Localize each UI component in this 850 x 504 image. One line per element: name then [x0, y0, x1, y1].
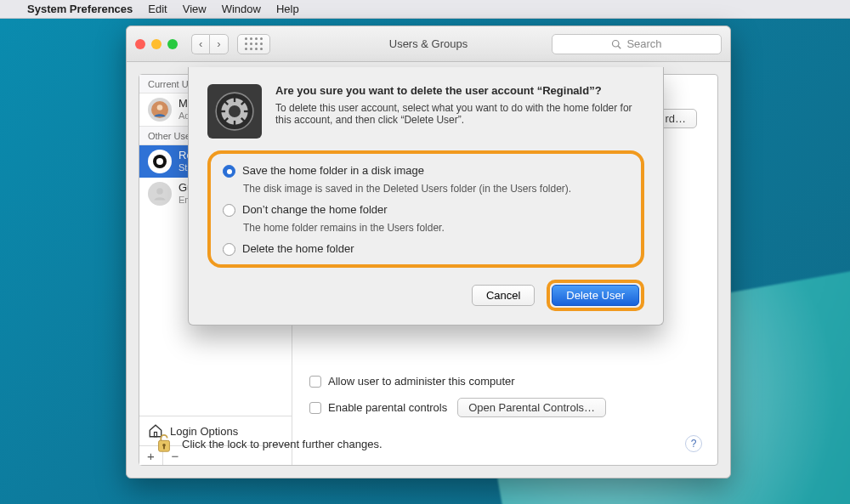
menubar-app-name[interactable]: System Preferences	[27, 3, 133, 15]
grid-icon	[245, 37, 263, 50]
cancel-button[interactable]: Cancel	[472, 285, 535, 306]
security-gear-icon	[207, 84, 262, 139]
dialog-subtitle: To delete this user account, select what…	[275, 102, 644, 126]
options-highlight: Save the home folder in a disk image The…	[207, 150, 644, 268]
checkbox-icon	[309, 376, 321, 388]
search-placeholder: Search	[626, 37, 661, 50]
option-dont-change[interactable]: Don’t change the home folder	[223, 203, 629, 217]
chevron-left-icon: ‹	[199, 37, 202, 50]
allow-admin-label: Allow user to administer this computer	[328, 375, 515, 388]
preferences-window: ‹ › Users & Groups Search Current User	[126, 25, 731, 479]
option-desc: The disk image is saved in the Deleted U…	[243, 183, 629, 195]
delete-user-button[interactable]: Delete User	[552, 285, 639, 306]
option-desc: The home folder remains in the Users fol…	[243, 222, 629, 234]
option-label: Delete the home folder	[242, 242, 354, 255]
zoom-icon[interactable]	[167, 39, 178, 49]
chevron-right-icon: ›	[217, 37, 220, 50]
svg-point-7	[156, 188, 163, 195]
menubar-view[interactable]: View	[183, 3, 207, 15]
dialog-title: Are you sure you want to delete the user…	[275, 84, 644, 97]
option-save-disk-image[interactable]: Save the home folder in a disk image	[223, 164, 629, 178]
avatar	[148, 150, 172, 173]
checkbox-icon	[309, 402, 321, 414]
option-label: Save the home folder in a disk image	[242, 164, 424, 177]
option-delete-folder[interactable]: Delete the home folder	[223, 242, 629, 256]
minimize-icon[interactable]	[151, 39, 162, 49]
show-all-button[interactable]	[237, 34, 270, 54]
forward-button[interactable]: ›	[209, 34, 228, 54]
svg-point-3	[157, 105, 163, 110]
avatar	[148, 98, 172, 122]
delete-user-dialog: Are you sure you want to delete the user…	[188, 67, 664, 326]
menubar: System Preferences Edit View Window Help	[0, 0, 850, 19]
allow-admin-checkbox[interactable]: Allow user to administer this computer	[309, 375, 702, 388]
svg-rect-11	[163, 446, 165, 450]
svg-line-1	[619, 46, 621, 48]
radio-icon	[223, 243, 235, 256]
radio-icon	[223, 165, 235, 178]
lock-row: Click the lock to prevent further change…	[155, 433, 702, 455]
parental-enable-label: Enable parental controls	[328, 401, 447, 414]
dialog-actions: Cancel Delete User	[207, 280, 644, 311]
avatar	[148, 182, 172, 206]
back-button[interactable]: ‹	[191, 34, 209, 54]
svg-point-6	[156, 158, 163, 165]
search-icon	[611, 39, 621, 49]
svg-point-0	[613, 40, 620, 47]
menubar-help[interactable]: Help	[276, 3, 299, 15]
nav-buttons: ‹ ›	[191, 34, 229, 54]
parental-controls-checkbox[interactable]: Enable parental controls	[309, 401, 447, 414]
confirm-highlight: Delete User	[547, 280, 644, 311]
help-button[interactable]: ?	[685, 435, 702, 452]
open-parental-controls-button[interactable]: Open Parental Controls…	[457, 398, 606, 417]
lock-text: Click the lock to prevent further change…	[182, 438, 382, 450]
search-input[interactable]: Search	[552, 34, 722, 54]
menubar-edit[interactable]: Edit	[148, 3, 167, 15]
window-traffic-lights	[135, 39, 178, 49]
option-label: Don’t change the home folder	[242, 203, 388, 216]
menubar-window[interactable]: Window	[222, 3, 261, 15]
radio-icon	[223, 204, 235, 217]
window-toolbar: ‹ › Users & Groups Search	[127, 26, 730, 62]
lock-icon[interactable]	[155, 433, 173, 455]
close-icon[interactable]	[135, 39, 145, 49]
svg-point-22	[229, 105, 241, 117]
